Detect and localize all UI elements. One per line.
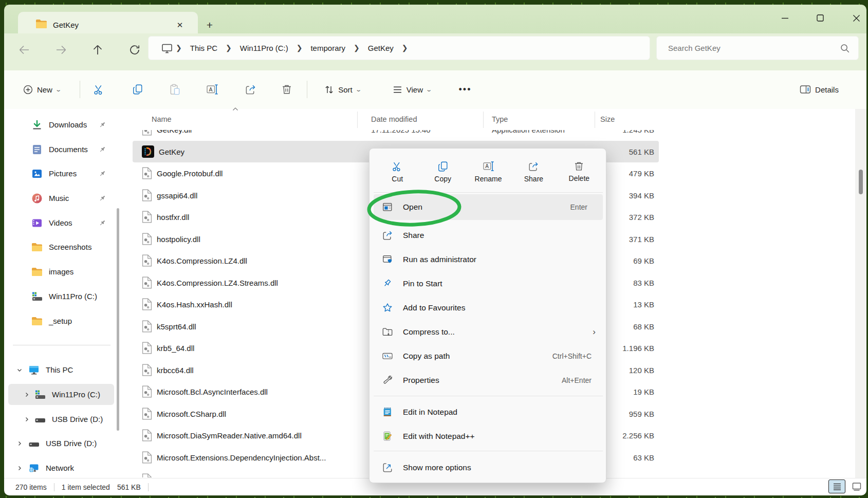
copy-button[interactable]	[124, 76, 151, 103]
sidebar-item-setup[interactable]: _setup	[8, 310, 114, 331]
dll-file-icon	[142, 320, 152, 333]
menu-item-properties[interactable]: Properties Alt+Enter	[370, 368, 607, 392]
sidebar-item-images[interactable]: images	[8, 261, 114, 282]
folder-icon	[31, 266, 43, 278]
cut-menu-button[interactable]: Cut	[375, 153, 420, 191]
sidebar-scrollbar[interactable]	[117, 208, 119, 431]
chevron-down-icon[interactable]	[15, 366, 24, 374]
paste-button[interactable]	[161, 76, 188, 103]
list-scrollbar-track[interactable]	[855, 109, 866, 478]
notepad-icon	[382, 407, 393, 418]
chevron-right-icon[interactable]	[15, 439, 24, 448]
sidebar-item-win11pro-pinned[interactable]: Win11Pro (C:)	[8, 286, 114, 307]
menu-item-open[interactable]: Open Enter	[374, 194, 603, 220]
menu-divider	[374, 396, 603, 396]
column-header-name[interactable]: Name	[152, 115, 172, 123]
column-divider[interactable]	[483, 112, 484, 128]
menu-item-add-to-favourites[interactable]: Add to Favourites	[370, 296, 607, 320]
menu-item-pin-to-start[interactable]: Pin to Start	[370, 271, 607, 296]
menu-item-show-more-options[interactable]: Show more options	[370, 455, 607, 479]
menu-item-edit-in-notepad[interactable]: Edit in Notepad	[370, 400, 607, 424]
copy-menu-button[interactable]: Copy	[420, 153, 465, 191]
sidebar-divider	[13, 345, 110, 345]
breadcrumb-chevron-icon: ❯	[223, 44, 234, 52]
chevron-right-icon[interactable]	[23, 391, 31, 399]
paste-icon	[169, 84, 181, 96]
wrench-icon	[382, 375, 393, 386]
view-button[interactable]: View ⌄	[384, 76, 439, 103]
screen: { "tab": {"title": "GetKey"}, "breadcrum…	[0, 0, 868, 498]
breadcrumb-this-pc[interactable]: This PC	[184, 44, 223, 52]
menu-item-compress-to[interactable]: Compress to... ›	[370, 320, 607, 344]
menu-item-share[interactable]: Share	[370, 223, 607, 247]
menu-item-run-as-administrator[interactable]: Run as administrator	[370, 247, 607, 271]
rename-menu-button[interactable]: A Rename	[466, 153, 511, 191]
view-label: View	[407, 85, 423, 94]
sidebar-item-win11pro[interactable]: Win11Pro (C:)	[8, 384, 114, 405]
sidebar-item-this-pc[interactable]: This PC	[8, 359, 114, 380]
details-button[interactable]: Details	[790, 76, 851, 103]
new-button[interactable]: New ⌄	[15, 76, 68, 103]
zip-folder-icon	[382, 326, 393, 338]
delete-icon	[574, 161, 584, 172]
column-divider[interactable]	[357, 112, 358, 128]
sort-button[interactable]: Sort ⌄	[315, 76, 370, 103]
pin-icon	[98, 194, 107, 203]
chevron-right-icon[interactable]	[23, 415, 31, 423]
rename-button[interactable]: A	[199, 76, 226, 103]
sidebar-item-documents[interactable]: Documents	[8, 139, 114, 160]
folder-icon	[35, 19, 47, 29]
toolbar-divider	[307, 81, 307, 98]
sidebar-item-videos[interactable]: Videos	[8, 212, 114, 233]
minimize-button[interactable]	[773, 10, 797, 26]
chevron-right-icon[interactable]	[15, 464, 24, 472]
delete-menu-button[interactable]: Delete	[557, 153, 602, 191]
pin-icon	[98, 218, 107, 228]
breadcrumb-chevron-icon: ❯	[399, 44, 411, 52]
column-header-type[interactable]: Type	[492, 115, 508, 123]
new-tab-button[interactable]: +	[201, 18, 218, 32]
expand-icon	[382, 462, 393, 473]
more-options-button[interactable]: •••	[453, 76, 477, 103]
pin-icon	[98, 169, 107, 178]
search-input[interactable]	[667, 43, 823, 53]
refresh-button[interactable]	[124, 40, 145, 60]
forward-button[interactable]	[51, 40, 71, 60]
column-divider[interactable]	[595, 112, 595, 128]
pictures-icon	[31, 168, 43, 180]
new-icon	[23, 84, 33, 95]
icons-view-toggle[interactable]	[848, 479, 865, 493]
sidebar-item-screenshots[interactable]: Screenshots	[8, 236, 114, 257]
menu-item-copy-as-path[interactable]: Copy as path Ctrl+Shift+C	[370, 344, 607, 368]
sidebar-item-usb-drive-2[interactable]: USB Drive (D:)	[8, 433, 114, 454]
breadcrumb-getkey[interactable]: GetKey	[362, 44, 399, 52]
dll-file-icon	[142, 364, 152, 376]
share-menu-button[interactable]: Share	[511, 153, 556, 191]
search-icon	[840, 43, 850, 53]
up-button[interactable]	[87, 40, 108, 60]
maximize-button[interactable]	[808, 10, 832, 26]
breadcrumb-temporary[interactable]: temporary	[305, 44, 351, 52]
sidebar-item-music[interactable]: Music	[8, 188, 114, 209]
breadcrumb[interactable]: ❯ This PC ❯ Win11Pro (C:) ❯ temporary ❯ …	[148, 36, 650, 60]
sidebar-item-usb-drive-1[interactable]: USB Drive (D:)	[8, 409, 114, 430]
column-header-size[interactable]: Size	[600, 115, 615, 123]
pin-icon	[98, 120, 107, 130]
details-view-toggle[interactable]	[828, 479, 845, 493]
search-box[interactable]	[656, 36, 859, 60]
menu-item-edit-with-notepadpp[interactable]: Edit with Notepad++	[370, 424, 607, 448]
cut-button[interactable]	[85, 76, 112, 103]
share-button[interactable]	[237, 76, 264, 103]
share-icon	[528, 161, 539, 172]
close-button[interactable]	[844, 10, 868, 26]
tab-close-icon[interactable]: ✕	[173, 19, 187, 32]
dll-file-icon	[142, 254, 152, 267]
sidebar-item-downloads[interactable]: Downloads	[8, 114, 114, 135]
sidebar-item-network[interactable]: Network	[8, 457, 114, 478]
breadcrumb-drive[interactable]: Win11Pro (C:)	[234, 44, 294, 52]
list-scrollbar-thumb[interactable]	[859, 170, 863, 194]
column-header-date[interactable]: Date modified	[371, 115, 417, 123]
back-button[interactable]	[14, 40, 34, 60]
sidebar-item-pictures[interactable]: Pictures	[8, 163, 114, 184]
delete-button[interactable]	[273, 76, 300, 103]
